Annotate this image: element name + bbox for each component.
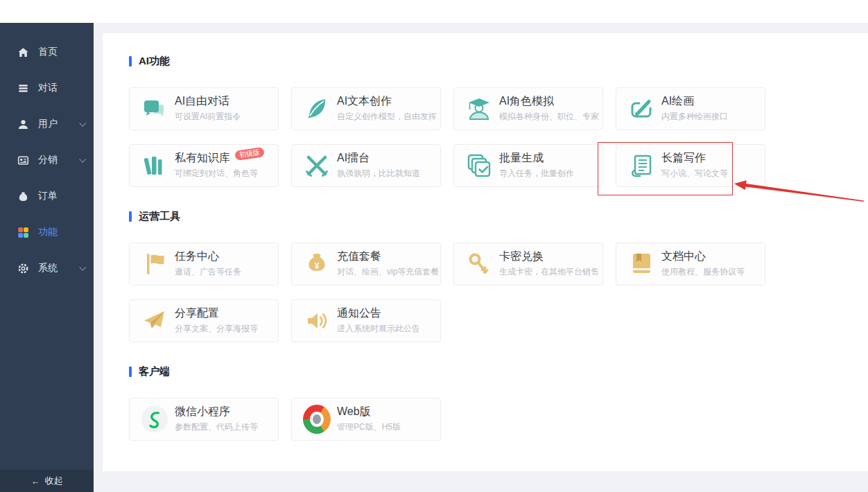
card-grid: 任务中心 邀请、广告等任务 ¥ 充值套餐 对话、绘画、vip等充值套餐 <box>129 243 765 342</box>
feature-card[interactable]: 批量生成 导入任务，批量创作 <box>453 144 603 187</box>
card-title: 批量生成 <box>499 152 544 164</box>
feature-card[interactable]: 私有知识库 初级版 可绑定到对话、角色等 <box>129 144 279 187</box>
sidebar-item-label: 系统 <box>38 262 58 274</box>
paper-plane-icon <box>141 307 168 335</box>
sidebar-item-1[interactable]: 对话 <box>0 76 94 100</box>
card-title: 任务中心 <box>175 250 219 262</box>
sidebar-item-label: 分销 <box>38 154 58 166</box>
card-subtitle: 模拟各种身份、职位、专家 <box>499 111 599 123</box>
card-title: AI角色模拟 <box>499 95 554 107</box>
card-text: 批量生成 导入任务，批量创作 <box>499 152 574 179</box>
card-text: AI文本创作 自定义创作模型，自由发挥 <box>337 95 437 123</box>
sidebar-item-6[interactable]: 系统 <box>0 256 94 281</box>
card-text: 文档中心 使用教程、服务协议等 <box>661 250 745 278</box>
feature-card[interactable]: 文档中心 使用教程、服务协议等 <box>616 243 765 285</box>
card-text: 长篇写作 写小说、写论文等 <box>661 152 728 179</box>
card-title: AI自由对话 <box>175 95 229 107</box>
feature-card[interactable]: Web版 管理PC版、H5版 <box>291 398 441 441</box>
section: AI功能 AI自由对话 可设置AI前置指令 <box>129 54 868 187</box>
order-moneybag-icon <box>17 191 29 202</box>
card-title: AI擂台 <box>337 152 370 164</box>
distribution-icon <box>17 155 29 166</box>
longform-doc-icon <box>627 152 655 179</box>
key-icon <box>465 250 493 278</box>
section-title-text: 运营工具 <box>139 210 180 223</box>
card-title: 私有知识库 <box>175 152 230 164</box>
main-area: AI功能 AI自由对话 可设置AI前置指令 <box>94 23 868 492</box>
books-icon <box>141 152 168 179</box>
sidebar: 首页 对话 用户 分销 订单 功能 系统 ← 收起 <box>0 23 94 492</box>
feature-card[interactable]: AI角色模拟 模拟各种身份、职位、专家 <box>453 87 603 130</box>
card-subtitle: 进入系统时展示此公告 <box>337 323 420 335</box>
card-subtitle: 自定义创作模型，自由发挥 <box>337 111 437 123</box>
sidebar-nav: 首页 对话 用户 分销 订单 功能 系统 <box>0 23 94 281</box>
feature-card[interactable]: 分享配置 分享文案、分享海报等 <box>129 299 279 342</box>
sidebar-item-label: 订单 <box>38 190 58 202</box>
card-subtitle: 分享文案、分享海报等 <box>175 323 258 335</box>
sidebar-item-4[interactable]: 订单 <box>0 184 94 209</box>
feature-card[interactable]: AI文本创作 自定义创作模型，自由发挥 <box>291 87 441 130</box>
feature-card[interactable]: 任务中心 邀请、广告等任务 <box>129 243 279 285</box>
card-subtitle: 可设置AI前置指令 <box>175 111 241 123</box>
card-title: 通知公告 <box>337 307 381 319</box>
card-grid: 微信小程序 参数配置、代码上传等 Web版 管理PC版、H5版 <box>129 398 765 441</box>
svg-text:¥: ¥ <box>315 261 320 271</box>
collapse-button[interactable]: ← 收起 <box>0 470 94 492</box>
accent-bar-icon <box>129 56 132 67</box>
card-subtitle: 使用教程、服务协议等 <box>661 266 745 278</box>
feature-card[interactable]: 微信小程序 参数配置、代码上传等 <box>129 398 279 441</box>
card-title: Web版 <box>337 405 371 417</box>
doc-book-icon <box>627 250 655 278</box>
sidebar-item-5[interactable]: 功能 <box>0 220 94 245</box>
moneybag-icon: ¥ <box>303 250 331 278</box>
content-panel: AI功能 AI自由对话 可设置AI前置指令 <box>103 33 868 471</box>
feature-card[interactable]: AI擂台 孰强孰弱，比比就知道 <box>291 144 441 187</box>
feature-card[interactable]: ¥ 充值套餐 对话、绘画、vip等充值套餐 <box>291 243 441 285</box>
feature-card[interactable]: 卡密兑换 生成卡密，在其他平台销售 <box>453 243 603 285</box>
section-title-text: 客户端 <box>139 365 170 378</box>
card-text: 微信小程序 参数配置、代码上传等 <box>175 405 258 433</box>
feature-card[interactable]: AI自由对话 可设置AI前置指令 <box>129 87 279 130</box>
card-subtitle: 内置多种绘画接口 <box>661 111 728 123</box>
user-icon <box>17 118 29 130</box>
sections-container: AI功能 AI自由对话 可设置AI前置指令 <box>103 33 868 441</box>
sidebar-item-0[interactable]: 首页 <box>0 39 94 64</box>
accent-bar-icon <box>129 367 132 377</box>
card-subtitle: 孰强孰弱，比比就知道 <box>337 168 420 179</box>
section: 运营工具 任务中心 邀请、广告等任务 ¥ <box>129 209 868 342</box>
collapse-label: 收起 <box>45 475 63 487</box>
top-strip <box>0 0 868 23</box>
flag-icon <box>141 250 168 278</box>
card-text: Web版 管理PC版、H5版 <box>337 405 401 433</box>
card-text: AI擂台 孰强孰弱，比比就知道 <box>337 152 420 179</box>
card-title: 长篇写作 <box>661 152 706 164</box>
card-subtitle: 生成卡密，在其他平台销售 <box>499 266 599 278</box>
card-subtitle: 对话、绘画、vip等充值套餐 <box>337 266 439 278</box>
section-title: 运营工具 <box>129 209 868 223</box>
sidebar-item-3[interactable]: 分销 <box>0 148 94 173</box>
chrome-icon <box>303 405 331 433</box>
wechat-miniprogram-icon <box>141 405 168 433</box>
home-icon <box>17 46 29 58</box>
card-subtitle: 导入任务，批量创作 <box>499 168 574 179</box>
card-title: AI绘画 <box>661 95 694 107</box>
feature-card[interactable]: 通知公告 进入系统时展示此公告 <box>291 299 441 342</box>
feature-card[interactable]: AI绘画 内置多种绘画接口 <box>616 87 765 130</box>
sidebar-item-2[interactable]: 用户 <box>0 112 94 137</box>
feature-card[interactable]: 长篇写作 写小说、写论文等 <box>616 144 765 187</box>
card-subtitle: 参数配置、代码上传等 <box>175 421 258 433</box>
sidebar-item-label: 首页 <box>38 46 58 58</box>
speaker-icon <box>303 307 331 335</box>
sidebar-item-label: 对话 <box>38 82 58 94</box>
crossed-swords-icon <box>303 152 331 179</box>
card-text: 卡密兑换 生成卡密，在其他平台销售 <box>499 250 599 278</box>
card-text: AI自由对话 可设置AI前置指令 <box>175 95 241 123</box>
card-subtitle: 写小说、写论文等 <box>661 168 728 179</box>
card-text: AI绘画 内置多种绘画接口 <box>661 95 728 123</box>
section-title: AI功能 <box>129 54 868 68</box>
sidebar-item-label: 用户 <box>38 118 58 130</box>
chat-bubbles-icon <box>141 95 168 123</box>
colored-grid-icon <box>17 227 29 238</box>
back-arrow-icon: ← <box>31 476 40 486</box>
accent-bar-icon <box>129 211 132 222</box>
